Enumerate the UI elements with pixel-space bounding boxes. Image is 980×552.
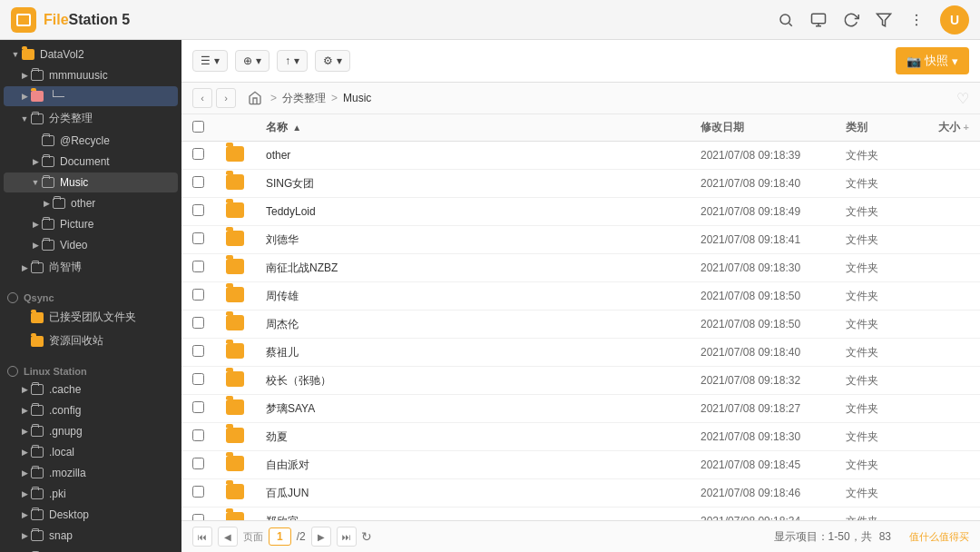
breadcrumb-home-button[interactable] bbox=[245, 88, 265, 108]
select-all-checkbox[interactable] bbox=[192, 121, 204, 133]
breadcrumb-forward-button[interactable]: › bbox=[216, 88, 236, 108]
sidebar-item-datavol2[interactable]: ▼ DataVol2 bbox=[4, 44, 178, 64]
arrow-icon: ▶ bbox=[20, 263, 29, 272]
row-name[interactable]: 蔡祖儿 bbox=[255, 339, 690, 367]
row-checkbox[interactable] bbox=[192, 345, 204, 357]
next-page-button[interactable]: ▶ bbox=[311, 527, 331, 547]
sidebar-item-mmmuuusic[interactable]: ▶ mmmuuusic bbox=[4, 65, 178, 85]
row-checkbox[interactable] bbox=[192, 176, 204, 188]
refresh-button[interactable]: ↻ bbox=[357, 527, 377, 547]
sidebar-item-desktop[interactable]: ▶ Desktop bbox=[4, 505, 178, 525]
size-expand-button[interactable]: + bbox=[964, 122, 969, 133]
filter-icon[interactable] bbox=[875, 11, 893, 29]
sidebar-item-category[interactable]: ▼ 分类整理 bbox=[4, 107, 178, 130]
sidebar-item-gnupg[interactable]: ▶ .gnupg bbox=[4, 421, 178, 441]
prev-page-button[interactable]: ◀ bbox=[218, 527, 238, 547]
sidebar-item-snap[interactable]: ▶ snap bbox=[4, 526, 178, 546]
row-name[interactable]: 校长（张驰） bbox=[255, 367, 690, 395]
sidebar-item-pki[interactable]: ▶ .pki bbox=[4, 484, 178, 504]
breadcrumb-nav: ‹ › bbox=[192, 88, 236, 108]
row-checkbox[interactable] bbox=[192, 148, 204, 160]
row-checkbox[interactable] bbox=[192, 232, 204, 244]
breadcrumb-back-button[interactable]: ‹ bbox=[192, 88, 212, 108]
row-name[interactable]: SING女团 bbox=[255, 170, 690, 198]
arrow-icon bbox=[20, 313, 29, 322]
sidebar-item-cache[interactable]: ▶ .cache bbox=[4, 380, 178, 399]
sidebar-item-document[interactable]: ▶ Document bbox=[4, 152, 178, 172]
breadcrumb-path1[interactable]: 分类整理 bbox=[282, 91, 326, 106]
arrow-icon: ▶ bbox=[31, 157, 40, 166]
row-checkbox[interactable] bbox=[192, 373, 204, 385]
select-all-header[interactable] bbox=[181, 114, 215, 142]
sidebar-item-download[interactable]: ▶ 下载 bbox=[4, 547, 178, 552]
row-checkbox-cell[interactable] bbox=[181, 395, 215, 423]
quickview-button[interactable]: 📷 快照 ▾ bbox=[896, 47, 969, 74]
row-name[interactable]: 自由派对 bbox=[255, 451, 690, 479]
row-checkbox-cell[interactable] bbox=[181, 170, 215, 198]
sidebar-item-local[interactable]: ▶ .local bbox=[4, 442, 178, 462]
row-checkbox[interactable] bbox=[192, 429, 204, 441]
row-name[interactable]: 梦璃SAYA bbox=[255, 395, 690, 423]
list-view-button[interactable]: ☰ ▾ bbox=[192, 50, 228, 72]
current-page[interactable]: 1 bbox=[269, 527, 291, 546]
row-checkbox-cell[interactable] bbox=[181, 310, 215, 339]
sidebar-item-other[interactable]: ▶ other bbox=[4, 193, 178, 213]
last-page-button[interactable]: ⏭ bbox=[337, 527, 357, 547]
row-checkbox[interactable] bbox=[192, 514, 204, 520]
row-name[interactable]: 劲夏 bbox=[255, 423, 690, 451]
row-checkbox-cell[interactable] bbox=[181, 423, 215, 451]
row-name[interactable]: TeddyLoid bbox=[255, 198, 690, 226]
row-checkbox[interactable] bbox=[192, 289, 204, 301]
sidebar-item-config[interactable]: ▶ .config bbox=[4, 400, 178, 420]
row-checkbox[interactable] bbox=[192, 261, 204, 272]
sidebar-item-shangzhi[interactable]: ▶ 尚智博 bbox=[4, 256, 178, 279]
row-checkbox-cell[interactable] bbox=[181, 142, 215, 170]
search-icon[interactable] bbox=[777, 11, 795, 29]
sidebar-item-recycle[interactable]: @Recycle bbox=[4, 131, 178, 151]
sidebar-item-team[interactable]: 已接受团队文件夹 bbox=[4, 306, 178, 329]
monitor-icon[interactable] bbox=[809, 11, 828, 29]
row-checkbox-cell[interactable] bbox=[181, 226, 215, 254]
row-name[interactable]: 百瓜JUN bbox=[255, 479, 690, 508]
sidebar-item-video[interactable]: ▶ Video bbox=[4, 235, 178, 255]
sidebar-label-gnupg: .gnupg bbox=[49, 425, 83, 438]
row-checkbox-cell[interactable] bbox=[181, 254, 215, 282]
row-name[interactable]: 南征北战NZBZ bbox=[255, 254, 690, 282]
sidebar-item-picture[interactable]: ▶ Picture bbox=[4, 214, 178, 234]
sidebar-item-mozilla[interactable]: ▶ .mozilla bbox=[4, 463, 178, 483]
table-row: 劲夏 2021/07/08 09:18:30 文件夹 bbox=[181, 423, 980, 451]
row-checkbox-cell[interactable] bbox=[181, 282, 215, 310]
first-page-button[interactable]: ⏮ bbox=[192, 527, 212, 547]
row-checkbox-cell[interactable] bbox=[181, 198, 215, 226]
row-name[interactable]: 刘德华 bbox=[255, 226, 690, 254]
upload-button[interactable]: ↑ ▾ bbox=[277, 50, 308, 72]
row-checkbox[interactable] bbox=[192, 401, 204, 413]
folder-icon-unnamed bbox=[31, 91, 44, 102]
more-icon[interactable] bbox=[907, 11, 926, 29]
user-avatar[interactable]: U bbox=[940, 5, 969, 34]
row-name[interactable]: 郑欣宜 bbox=[255, 508, 690, 521]
sidebar-item-qsync-recycle[interactable]: 资源回收站 bbox=[4, 330, 178, 352]
row-checkbox-cell[interactable] bbox=[181, 339, 215, 367]
row-checkbox-cell[interactable] bbox=[181, 508, 215, 521]
row-name[interactable]: 周杰伦 bbox=[255, 310, 690, 339]
row-checkbox-cell[interactable] bbox=[181, 367, 215, 395]
sidebar-item-unnamed[interactable]: ▶ └─ bbox=[4, 86, 178, 106]
name-column-header[interactable]: 名称 ▲ bbox=[255, 114, 690, 142]
date-column-header[interactable]: 修改日期 bbox=[690, 114, 835, 142]
new-folder-button[interactable]: ⊕ ▾ bbox=[235, 50, 270, 72]
row-name[interactable]: 周传雄 bbox=[255, 282, 690, 310]
row-checkbox[interactable] bbox=[192, 486, 204, 498]
favorite-button[interactable]: ♡ bbox=[956, 90, 969, 107]
row-checkbox[interactable] bbox=[192, 317, 204, 329]
tools-button[interactable]: ⚙ ▾ bbox=[315, 50, 350, 72]
row-checkbox[interactable] bbox=[192, 204, 204, 216]
row-checkbox[interactable] bbox=[192, 458, 204, 469]
sidebar-item-music[interactable]: ▼ Music bbox=[4, 172, 178, 192]
refresh-icon[interactable] bbox=[842, 11, 860, 29]
row-checkbox-cell[interactable] bbox=[181, 479, 215, 508]
row-name[interactable]: other bbox=[255, 142, 690, 170]
size-column-header[interactable]: 大小 + bbox=[907, 114, 980, 142]
row-checkbox-cell[interactable] bbox=[181, 451, 215, 479]
type-column-header[interactable]: 类别 bbox=[835, 114, 907, 142]
